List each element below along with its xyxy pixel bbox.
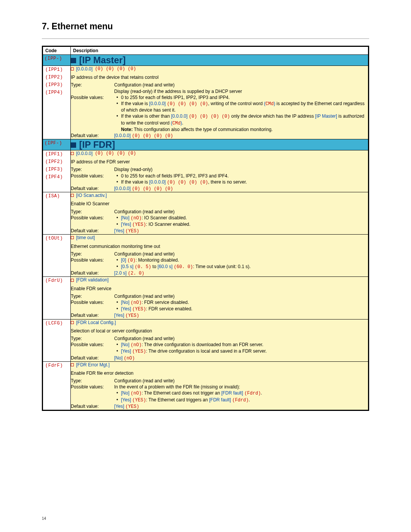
setting-value-blue: [FDR Error Mgt.] (76, 362, 110, 368)
code-cell: (LCFG) (43, 319, 71, 361)
checkbox-icon (71, 321, 74, 324)
setting-value-blue: [time out] (76, 235, 95, 241)
code-text: (IPF1) (43, 150, 70, 158)
type-value: Configuration (read and write) (114, 251, 368, 257)
setting-title: [time out] (71, 235, 368, 241)
setting-title: [FDR Local Config.] (71, 320, 368, 326)
summary-text: Enable FDR service (71, 286, 368, 292)
checkbox-icon (71, 279, 74, 282)
code-text: (LCFG) (43, 320, 70, 327)
code-text: (FdrU) (43, 277, 70, 284)
section-code: (IPP-) (43, 55, 70, 62)
section-title: [IP FDR] (79, 139, 115, 150)
setting-value-red: (0) (0) (0) (0) (95, 66, 136, 72)
pv-label: Possible values: (71, 94, 113, 133)
pv-item: 0 to 255 for each of fields IPP1, IPP2, … (116, 94, 368, 101)
section-code: (IPF-) (43, 139, 70, 147)
square-icon (71, 58, 76, 63)
code-text: (FdrF) (43, 362, 70, 369)
page-title: 7. Ethernet menu (42, 21, 369, 32)
pv-item: [No] (nO): IO Scanner disabled. (116, 215, 368, 221)
checkbox-icon (71, 194, 74, 197)
type-label: Type: (71, 293, 113, 299)
pv-item: [No] (nO): The drive configuration is do… (116, 342, 368, 348)
desc-cell: [0.0.0.0] (0) (0) (0) (0)IP address of t… (71, 66, 369, 139)
summary-text: Enable FDR file error detection (71, 370, 368, 376)
pv-item: [No] (nO): FDR service disabled. (116, 299, 368, 306)
setting-title: [FDR validation] (71, 277, 368, 283)
pv-value: [No] (nO): FDR service disabled.[Yes] (Y… (114, 299, 368, 312)
pv-value: 0 to 255 for each of fields IPP1, IPP2, … (114, 94, 368, 133)
setting-title: [FDR Error Mgt.] (71, 362, 368, 368)
pv-item: [0.5 s] (0. 5) to [60.0 s] (60. 0): Time… (116, 264, 368, 270)
default-value: [No] (nO) (114, 355, 368, 361)
type-value: Configuration (read and write) (114, 335, 368, 342)
checkbox-icon (71, 152, 74, 155)
summary-text: IP address of the FDR server (71, 159, 368, 165)
default-label: Default value: (71, 403, 113, 410)
section-title: [IP Master] (79, 55, 126, 65)
type-value: Display (read-only) (114, 166, 368, 173)
checkbox-icon (71, 363, 74, 366)
code-cell: (FdrU) (43, 277, 71, 319)
setting-value-blue: [FDR Local Config.] (76, 320, 116, 326)
pv-label: Possible values: (71, 384, 113, 403)
pv-label: Possible values: (71, 257, 113, 270)
type-label: Type: (71, 251, 113, 257)
pv-item: [Yes] (YES): The drive configuration is … (116, 348, 368, 355)
type-value: Configuration (read and write) (114, 209, 368, 215)
code-text: (ISA) (43, 192, 70, 200)
default-value: [2.0 s] (2. 0) (114, 270, 368, 276)
code-text: (IPF2) (43, 158, 70, 166)
default-label: Default value: (71, 133, 113, 139)
code-cell: (IPP1)(IPP2)(IPP3)(IPP4) (43, 66, 71, 139)
type-label: Type: (71, 378, 113, 384)
summary-text: Selection of local or server configurati… (71, 328, 368, 334)
desc-cell: [0.0.0.0] (0) (0) (0) (0)IP address of t… (71, 150, 369, 192)
setting-title: [0.0.0.0] (0) (0) (0) (0) (71, 66, 368, 72)
summary-text: Enable IO Scanner (71, 201, 368, 207)
pv-value: [0] (0): Monitoring disabled.[0.5 s] (0.… (114, 257, 368, 270)
default-label: Default value: (71, 185, 113, 192)
setting-value-red: (0) (0) (0) (0) (95, 150, 136, 157)
section-head: [IP FDR] (71, 139, 369, 150)
setting-value-blue: [FDR validation] (76, 277, 108, 283)
pv-value: In the event of a problem with the FDR f… (114, 384, 368, 403)
default-label: Default value: (71, 355, 113, 361)
summary-text: IP address of the device that retains co… (71, 74, 368, 80)
desc-cell: [IO Scan.activ.]Enable IO ScannerType:Co… (71, 192, 369, 235)
default-value: [0.0.0.0] (0) (0) (0) (0) (114, 133, 368, 139)
pv-item: [0] (0): Monitoring disabled. (116, 257, 368, 264)
desc-cell: [FDR Error Mgt.]Enable FDR file error de… (71, 361, 369, 410)
default-value: [0.0.0.0] (0) (0) (0) (0) (114, 185, 368, 192)
code-text: (IPF3) (43, 166, 70, 173)
section-head: [IP Master] (71, 55, 369, 66)
checkbox-icon (71, 236, 74, 239)
code-text: (IPP2) (43, 73, 70, 81)
code-cell: (FdrF) (43, 361, 71, 410)
pv-item: If the value is [0.0.0.0] (0) (0) (0) (0… (116, 101, 368, 113)
default-value: [Yes] (YES) (114, 228, 368, 234)
col-header-desc: Description (71, 46, 369, 55)
pv-item: [Yes] (YES): The Ethernet card triggers … (116, 397, 368, 403)
checkbox-icon (71, 67, 74, 70)
pv-item: If the value is other than [0.0.0.0] (0)… (116, 113, 368, 133)
divider (42, 38, 369, 39)
type-label: Type: (71, 82, 113, 94)
page-number: 14 (42, 516, 46, 521)
pv-label: Possible values: (71, 173, 113, 185)
pv-label: Possible values: (71, 299, 113, 312)
default-value: [Yes] (YES) (114, 403, 368, 410)
col-header-code: Code (43, 46, 71, 55)
pv-item: If the value is [0.0.0.0] (0) (0) (0) (0… (116, 179, 368, 185)
desc-cell: [FDR Local Config.]Selection of local or… (71, 319, 369, 361)
desc-cell: [FDR validation]Enable FDR serviceType:C… (71, 277, 369, 319)
code-text: (IPP1) (43, 66, 70, 73)
type-label: Type: (71, 166, 113, 173)
page: 7. Ethernet menu Code Description (IPP-)… (0, 0, 411, 532)
parameter-table: Code Description (IPP-)[IP Master](IPP1)… (42, 46, 369, 411)
type-value: Configuration (read and write)Display (r… (114, 82, 368, 94)
default-value: [Yes] (YES) (114, 312, 368, 319)
pv-value: 0 to 255 for each of fields IPF1, IPF2, … (114, 173, 368, 185)
pv-value: [No] (nO): The drive configuration is do… (114, 342, 368, 355)
